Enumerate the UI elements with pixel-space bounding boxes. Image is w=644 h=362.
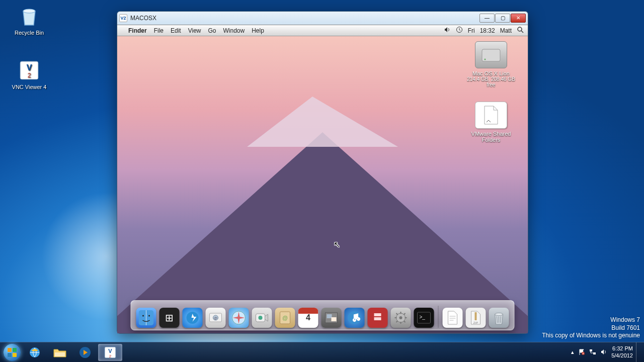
mac-menu-view[interactable]: View	[188, 27, 201, 34]
tray-network-icon[interactable]	[589, 348, 596, 356]
mac-wallpaper[interactable]: ↖ Mac OS X Lion 214.4 GB, 208.46 GB free…	[117, 36, 528, 333]
watermark-line2: Build 7601	[542, 324, 640, 332]
tray-up-icon[interactable]: ▴	[571, 349, 574, 355]
mac-menu-window[interactable]: Window	[223, 27, 245, 34]
mac-menubar: Finder File Edit View Go Window Help Fri…	[117, 25, 528, 36]
svg-text:2: 2	[109, 354, 112, 358]
mountain-cap	[247, 97, 398, 147]
dock-photobooth-icon[interactable]	[368, 308, 388, 328]
dock-mail-icon[interactable]: @	[206, 308, 226, 328]
svg-rect-27	[374, 317, 381, 320]
dock-preview-icon[interactable]	[321, 308, 342, 328]
document-icon	[475, 102, 507, 129]
svg-text:2: 2	[28, 72, 31, 79]
ical-day-label: 4	[306, 313, 310, 322]
taskbar-ie-icon[interactable]	[23, 344, 47, 361]
vnc-window-title: MACOSX	[130, 15, 479, 22]
maximize-button[interactable]: ▢	[495, 14, 510, 23]
mac-hd-sublabel: 214.4 GB, 208.46 GB free	[463, 76, 519, 87]
recycle-bin-icon[interactable]: Recycle Bin	[10, 4, 48, 36]
start-button[interactable]	[2, 342, 22, 363]
svg-rect-49	[8, 348, 12, 352]
mac-app-menu[interactable]: Finder	[128, 27, 147, 34]
mac-menu-edit[interactable]: Edit	[171, 27, 181, 34]
dock-facetime-icon[interactable]	[252, 308, 272, 328]
tray-flag-icon[interactable]: ✕	[578, 348, 585, 356]
svg-rect-54	[55, 352, 65, 356]
svg-line-6	[521, 31, 523, 33]
svg-point-0	[23, 9, 35, 13]
mac-hd-icon[interactable]: Mac OS X Lion 214.4 GB, 208.46 GB free	[463, 41, 519, 87]
windows-watermark: Windows 7 Build 7601 This copy of Window…	[542, 316, 640, 340]
vnc-viewer-label: VNC Viewer 4	[10, 84, 48, 90]
volume-icon[interactable]	[444, 26, 451, 35]
mac-hd-label: Mac OS X Lion	[463, 70, 519, 76]
taskbar-time: 6:32 PM	[611, 345, 633, 352]
show-desktop-button[interactable]	[636, 342, 642, 363]
mac-menu-help[interactable]: Help	[252, 27, 264, 34]
taskbar-wmp-icon[interactable]	[73, 344, 97, 361]
windows-taskbar: V2 ▴ ✕ 6:32 PM 5/4/2012	[0, 342, 644, 362]
watermark-line1: Windows 7	[542, 316, 640, 324]
dock-terminal-icon[interactable]: >_	[414, 308, 434, 328]
svg-point-18	[259, 316, 263, 320]
svg-point-5	[518, 27, 522, 31]
svg-text:V: V	[108, 348, 112, 354]
dock-dashboard-icon[interactable]: ⊞	[159, 308, 180, 328]
dock-sysprefs-icon[interactable]	[391, 308, 411, 328]
vnc-window: V2 MACOSX — ▢ ✕ Finder File Edit View Go…	[117, 11, 528, 334]
mac-clock-time: 18:32	[480, 27, 495, 34]
taskbar-clock[interactable]: 6:32 PM 5/4/2012	[611, 345, 633, 358]
system-tray: ▴ ✕ 6:32 PM 5/4/2012	[568, 345, 636, 358]
svg-point-8	[485, 59, 486, 60]
svg-text:>_: >_	[420, 314, 426, 320]
dock-trash-icon[interactable]	[489, 308, 509, 328]
dock-separator	[438, 306, 439, 328]
mac-desktop: Finder File Edit View Go Window Help Fri…	[117, 25, 528, 333]
vmware-shared-folders-icon[interactable]: VMware Shared Folders	[463, 102, 519, 143]
mac-menu-go[interactable]: Go	[208, 27, 216, 34]
svg-text:@: @	[282, 315, 288, 321]
svg-line-34	[396, 313, 398, 315]
svg-rect-22	[327, 314, 332, 318]
watermark-line3: This copy of Windows is not genuine	[542, 332, 640, 340]
dock-archive-icon[interactable]: ZIP	[466, 308, 486, 328]
tray-volume-icon[interactable]	[600, 348, 607, 356]
mac-clock-day: Fri	[468, 27, 475, 34]
windows-desktop: Recycle Bin V2 VNC Viewer 4 Windows 7 Bu…	[0, 0, 644, 362]
dock-appstore-icon[interactable]	[183, 308, 203, 328]
dock-itunes-icon[interactable]	[345, 308, 365, 328]
mac-dock: ⊞ @ @	[131, 300, 515, 330]
trash-icon	[17, 4, 41, 28]
svg-rect-52	[13, 353, 17, 357]
svg-text:V: V	[27, 63, 32, 72]
dock-safari-icon[interactable]	[229, 308, 249, 328]
svg-rect-61	[590, 349, 592, 351]
recycle-bin-label: Recycle Bin	[10, 30, 48, 36]
svg-rect-51	[8, 353, 12, 357]
dock-ical-icon[interactable]: 4	[298, 308, 318, 328]
mac-user-menu[interactable]: Matt	[500, 27, 512, 34]
svg-rect-43	[475, 312, 477, 320]
dock-doc-icon[interactable]	[443, 308, 463, 328]
dock-addressbook-icon[interactable]: @	[275, 308, 295, 328]
svg-point-10	[142, 315, 144, 317]
svg-rect-50	[13, 348, 17, 352]
svg-point-29	[399, 316, 403, 319]
vnc-viewer-icon[interactable]: V2 VNC Viewer 4	[10, 58, 48, 90]
dock-finder-icon[interactable]	[136, 308, 156, 328]
taskbar-vnc-button[interactable]: V2	[98, 344, 122, 361]
svg-line-37	[404, 313, 406, 315]
vnc-titlebar[interactable]: V2 MACOSX — ▢ ✕	[117, 12, 528, 25]
mac-menu-file[interactable]: File	[154, 27, 164, 34]
svg-line-35	[404, 321, 406, 322]
svg-point-45	[495, 313, 503, 316]
svg-text:✕: ✕	[582, 352, 584, 355]
time-machine-icon[interactable]	[456, 26, 463, 35]
close-button[interactable]: ✕	[511, 14, 526, 23]
taskbar-explorer-icon[interactable]	[48, 344, 72, 361]
window-controls: — ▢ ✕	[479, 14, 526, 23]
vnc-app-icon: V2	[17, 58, 41, 82]
minimize-button[interactable]: —	[479, 14, 495, 23]
spotlight-icon[interactable]	[517, 26, 524, 35]
